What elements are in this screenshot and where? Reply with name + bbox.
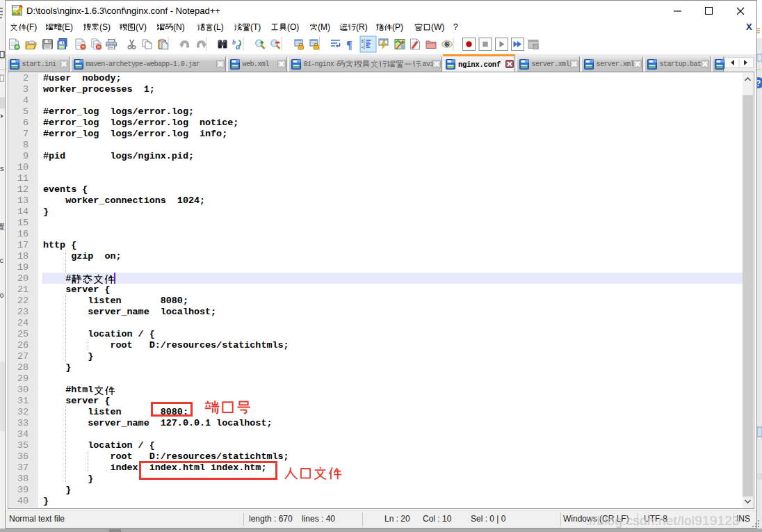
- svg-text:.c: .c: [0, 257, 3, 264]
- svg-text:s: s: [0, 164, 4, 172]
- svg-text::o: :o: [0, 291, 4, 299]
- svg-text:置: 置: [0, 223, 5, 231]
- svg-text:?: ?: [757, 79, 761, 88]
- svg-text:¶: ¶: [346, 39, 352, 51]
- svg-text:a: a: [236, 41, 241, 51]
